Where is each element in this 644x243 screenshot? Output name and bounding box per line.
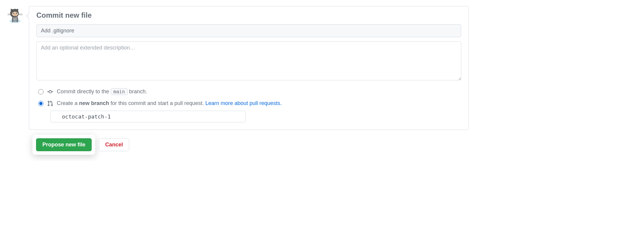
main-branch-chip: main [111,88,128,95]
form-actions: Propose new file Cancel [32,135,638,155]
svg-point-6 [17,13,17,13]
octocat-icon [6,6,24,24]
svg-point-5 [14,13,14,13]
commit-direct-option[interactable]: Commit directly to the main branch. [36,87,461,96]
commit-direct-label: Commit directly to the main branch. [57,88,147,95]
branch-name-wrap [50,111,461,122]
svg-point-4 [16,13,17,14]
highlight-wrap: Propose new file [32,135,95,155]
svg-point-7 [15,14,15,15]
commit-direct-radio[interactable] [38,89,44,94]
commit-newbranch-label: Create a new branch for this commit and … [57,100,282,106]
svg-point-3 [13,13,14,14]
git-pull-request-icon [47,100,53,106]
propose-new-file-button[interactable]: Propose new file [36,138,92,151]
form-body: Commit new file Commit directly to the m… [29,6,469,130]
commit-box: Commit new file Commit directly to the m… [29,6,469,130]
commit-summary-input[interactable] [36,24,461,37]
cancel-button[interactable]: Cancel [99,138,129,151]
git-commit-icon [47,89,53,95]
learn-more-link[interactable]: Learn more about pull requests. [205,100,282,106]
commit-newbranch-radio[interactable] [38,101,44,106]
page-title: Commit new file [36,11,461,20]
commit-description-textarea[interactable] [36,41,461,80]
branch-name-input[interactable] [50,111,246,122]
svg-point-1 [9,20,21,23]
avatar [6,6,24,24]
commit-newbranch-option[interactable]: Create a new branch for this commit and … [36,99,461,108]
commit-form-container: Commit new file Commit directly to the m… [6,6,469,130]
